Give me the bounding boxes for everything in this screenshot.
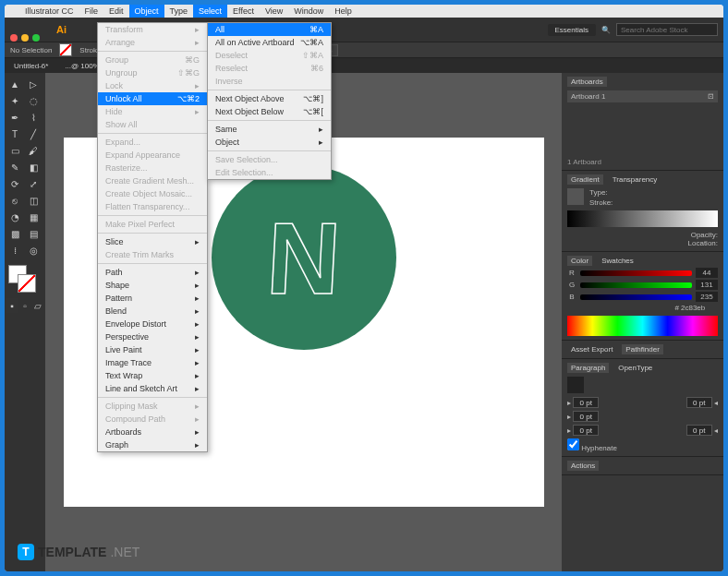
rectangle-tool-icon[interactable]: ▭ <box>6 143 23 158</box>
menubar-object[interactable]: Object <box>129 5 164 18</box>
lasso-tool-icon[interactable]: ◌ <box>25 93 42 108</box>
curvature-tool-icon[interactable]: ⌇ <box>25 110 42 125</box>
doc-tab[interactable]: Untitled-6* <box>8 60 54 72</box>
mesh-tool-icon[interactable]: ▩ <box>6 226 23 241</box>
eyedropper-tool-icon[interactable]: ⁞ <box>6 243 23 258</box>
search-input[interactable] <box>616 23 718 36</box>
menu-item: Inverse <box>208 75 331 88</box>
color-tab[interactable]: Color <box>567 256 592 266</box>
none-mode-icon[interactable]: ▱ <box>32 298 43 313</box>
stroke-color-icon[interactable] <box>18 274 36 293</box>
type-tool-icon[interactable]: T <box>6 126 23 141</box>
rotate-tool-icon[interactable]: ⟳ <box>6 176 23 191</box>
menu-item[interactable]: Graph▸ <box>98 438 207 451</box>
g-slider[interactable] <box>580 282 692 288</box>
minimize-icon[interactable] <box>21 34 29 42</box>
apple-icon[interactable] <box>8 9 19 13</box>
opentype-tab[interactable]: OpenType <box>614 363 656 373</box>
fill-swatch[interactable] <box>59 43 72 56</box>
menu-item: Edit Selection... <box>208 166 331 179</box>
menu-item[interactable]: Text Wrap▸ <box>98 369 207 382</box>
menu-item[interactable]: Image Trace▸ <box>98 356 207 369</box>
perspective-tool-icon[interactable]: ▦ <box>25 210 42 224</box>
menu-item[interactable]: Path▸ <box>98 266 207 279</box>
menu-item[interactable]: Unlock All⌥⌘2 <box>98 92 207 105</box>
menu-item[interactable]: Line and Sketch Art▸ <box>98 382 207 395</box>
menubar-select[interactable]: Select <box>193 5 227 18</box>
indent-left-field[interactable] <box>573 397 599 408</box>
menu-item[interactable]: Live Paint▸ <box>98 343 207 356</box>
hyphenate-label: Hyphenate <box>581 444 617 452</box>
r-value[interactable]: 44 <box>696 268 718 278</box>
b-slider[interactable] <box>580 294 692 300</box>
menu-item[interactable]: Shape▸ <box>98 279 207 292</box>
swatches-tab[interactable]: Swatches <box>598 256 637 266</box>
menu-item[interactable]: Pattern▸ <box>98 292 207 305</box>
paintbrush-tool-icon[interactable]: 🖌 <box>25 143 42 158</box>
workspace-switcher[interactable]: Essentials <box>548 24 596 36</box>
firstline-field[interactable] <box>573 411 599 422</box>
menu-item[interactable]: Envelope Distort▸ <box>98 318 207 330</box>
asset-export-tab[interactable]: Asset Export <box>567 344 616 354</box>
menu-item[interactable]: Perspective▸ <box>98 330 207 343</box>
b-value[interactable]: 235 <box>696 292 718 302</box>
menubar-help[interactable]: Help <box>329 5 358 18</box>
menubar-window[interactable]: Window <box>288 5 329 18</box>
transparency-tab[interactable]: Transparency <box>609 174 661 185</box>
gradient-tool-icon[interactable]: ▤ <box>25 226 42 241</box>
scale-tool-icon[interactable]: ⤢ <box>25 176 42 191</box>
eraser-tool-icon[interactable]: ◧ <box>25 160 42 174</box>
pen-tool-icon[interactable]: ✒ <box>6 110 23 125</box>
width-tool-icon[interactable]: ⎋ <box>6 193 23 208</box>
actions-tab[interactable]: Actions <box>567 461 599 471</box>
blend-tool-icon[interactable]: ◎ <box>25 243 42 258</box>
free-transform-tool-icon[interactable]: ◫ <box>25 193 42 208</box>
line-tool-icon[interactable]: ╱ <box>25 126 42 141</box>
close-icon[interactable] <box>10 34 18 42</box>
menu-item[interactable]: All⌘A <box>208 23 331 36</box>
menubar-type[interactable]: Type <box>164 5 194 18</box>
menu-item[interactable]: Next Object Above⌥⌘] <box>208 92 331 105</box>
artboards-tab[interactable]: Artboards <box>567 77 607 87</box>
menu-item[interactable]: Artboards▸ <box>98 426 207 438</box>
shape-builder-tool-icon[interactable]: ◔ <box>6 210 23 224</box>
selection-tool-icon[interactable]: ▲ <box>6 77 23 91</box>
menu-item: Arrange▸ <box>98 36 207 49</box>
gradient-mode-icon[interactable]: ▫ <box>19 298 30 313</box>
r-slider[interactable] <box>580 270 692 276</box>
space-before-field[interactable] <box>573 425 599 436</box>
menubar-effect[interactable]: Effect <box>227 5 260 18</box>
menubar-view[interactable]: View <box>260 5 288 18</box>
magic-wand-tool-icon[interactable]: ✦ <box>6 93 23 108</box>
artboard-options-icon[interactable]: ⊡ <box>708 92 714 101</box>
menubar-edit[interactable]: Edit <box>103 5 129 18</box>
hyphenate-checkbox[interactable] <box>567 438 579 450</box>
pencil-tool-icon[interactable]: ✎ <box>6 160 23 174</box>
paragraph-tab[interactable]: Paragraph <box>567 363 609 373</box>
menu-item[interactable]: Next Object Below⌥⌘[ <box>208 105 331 118</box>
pathfinder-tab[interactable]: Pathfinder <box>622 344 662 354</box>
menubar-file[interactable]: File <box>79 5 104 18</box>
color-spectrum[interactable] <box>567 316 718 336</box>
gradient-preview-icon[interactable] <box>567 188 584 205</box>
hex-value[interactable]: 2c83eb <box>681 304 718 312</box>
menubar-app[interactable]: Illustrator CC <box>19 5 79 18</box>
menu-item[interactable]: Blend▸ <box>98 305 207 318</box>
g-value[interactable]: 131 <box>696 280 718 290</box>
maximize-icon[interactable] <box>32 34 40 42</box>
menu-item[interactable]: Same▸ <box>208 123 331 136</box>
artboard-list-item[interactable]: Artboard 1⊡ <box>567 90 718 102</box>
gradient-tab[interactable]: Gradient <box>567 174 603 185</box>
color-mode-icon[interactable]: ▪ <box>6 298 18 313</box>
menu-item[interactable]: Slice▸ <box>98 235 207 248</box>
menu-item[interactable]: Object▸ <box>208 136 331 149</box>
direct-selection-tool-icon[interactable]: ▷ <box>25 77 42 91</box>
menu-item[interactable]: All on Active Artboard⌥⌘A <box>208 36 331 49</box>
logo-letter[interactable]: N <box>263 199 343 317</box>
fill-stroke-colors[interactable] <box>6 265 43 293</box>
gradient-stroke-label: Stroke: <box>589 198 613 207</box>
gradient-ramp[interactable] <box>567 210 718 227</box>
space-after-field[interactable] <box>686 425 712 436</box>
indent-right-field[interactable] <box>686 397 712 408</box>
logo-circle[interactable]: N <box>212 165 396 350</box>
